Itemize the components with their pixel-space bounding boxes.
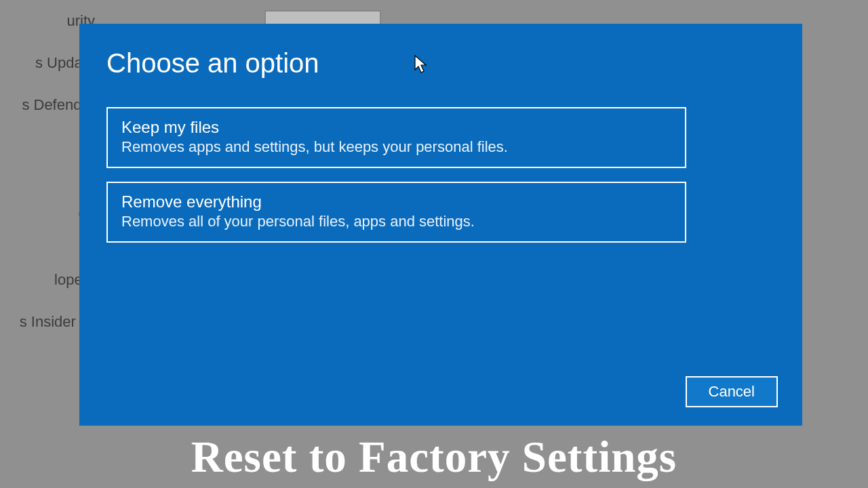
- cancel-button[interactable]: Cancel: [686, 376, 778, 407]
- video-caption-text: Reset to Factory Settings: [191, 432, 677, 483]
- option-description: Removes apps and settings, but keeps you…: [121, 138, 671, 156]
- cancel-button-label: Cancel: [709, 383, 755, 400]
- option-remove-everything[interactable]: Remove everything Removes all of your pe…: [106, 182, 686, 243]
- option-title: Remove everything: [121, 192, 671, 211]
- option-keep-my-files[interactable]: Keep my files Removes apps and settings,…: [106, 107, 686, 168]
- option-title: Keep my files: [121, 118, 671, 137]
- reset-pc-dialog: Choose an option Keep my files Removes a…: [79, 24, 802, 426]
- option-description: Removes all of your personal files, apps…: [121, 213, 671, 230]
- dialog-title: Choose an option: [106, 48, 775, 79]
- video-caption-bar: Reset to Factory Settings: [0, 426, 868, 488]
